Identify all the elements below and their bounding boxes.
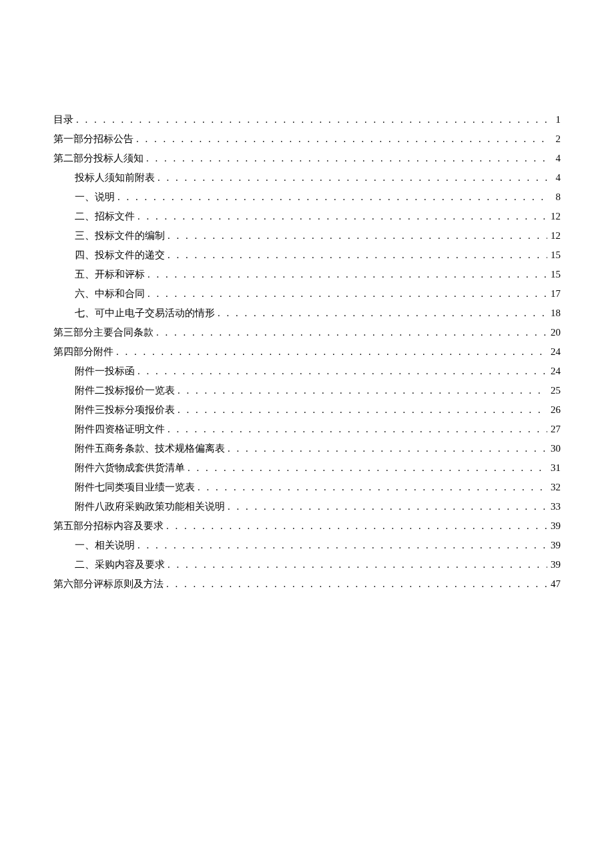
toc-entry-page: 32 — [547, 478, 561, 497]
toc-entry: 第五部分招标内容及要求39 — [53, 516, 561, 536]
toc-entry-title: 四、投标文件的递交 — [75, 246, 165, 265]
toc-entry-page: 26 — [547, 400, 561, 420]
toc-entry-title: 附件七同类项目业绩一览表 — [75, 478, 195, 497]
toc-entry-title: 第三部分主要合同条款 — [53, 323, 154, 342]
toc-leader-dots — [115, 187, 547, 207]
toc-entry: 二、采购内容及要求39 — [53, 555, 561, 574]
toc-entry-page: 12 — [547, 226, 561, 246]
toc-entry: 附件八政府采购政策功能相关说明33 — [53, 497, 561, 516]
toc-leader-dots — [195, 478, 547, 497]
toc-leader-dots — [165, 246, 547, 265]
toc-leader-dots — [155, 168, 547, 187]
toc-leader-dots — [165, 420, 547, 439]
toc-entry: 附件三投标分项报价表26 — [53, 400, 561, 420]
toc-entry-title: 二、采购内容及要求 — [75, 555, 165, 574]
toc-entry-page: 30 — [547, 439, 561, 458]
toc-entry: 目录1 — [53, 110, 561, 129]
toc-entry-page: 27 — [547, 420, 561, 439]
toc-entry: 投标人须知前附表4 — [53, 168, 561, 187]
toc-leader-dots — [225, 439, 547, 458]
toc-entry-page: 20 — [547, 323, 561, 342]
toc-entry: 第六部分评标原则及方法47 — [53, 574, 561, 594]
toc-entry: 五、开标和评标15 — [53, 265, 561, 284]
toc-entry-title: 第六部分评标原则及方法 — [53, 574, 164, 594]
toc-leader-dots — [145, 265, 547, 284]
toc-entry-page: 4 — [547, 149, 561, 168]
toc-entry-title: 附件三投标分项报价表 — [75, 400, 175, 420]
toc-entry: 附件二投标报价一览表25 — [53, 381, 561, 400]
toc-entry-title: 投标人须知前附表 — [75, 168, 155, 187]
toc-entry-page: 17 — [547, 284, 561, 304]
toc-entry-page: 12 — [547, 207, 561, 226]
toc-entry-title: 第五部分招标内容及要求 — [53, 516, 164, 536]
toc-entry: 附件一投标函24 — [53, 362, 561, 381]
toc-entry-title: 第一部分招标公告 — [53, 129, 133, 149]
toc-leader-dots — [135, 362, 547, 381]
toc-leader-dots — [154, 323, 547, 342]
toc-leader-dots — [175, 400, 547, 420]
toc-entry: 附件四资格证明文件27 — [53, 420, 561, 439]
toc-entry: 六、中标和合同17 — [53, 284, 561, 304]
toc-leader-dots — [165, 555, 547, 574]
toc-entry: 附件五商务条款、技术规格偏离表30 — [53, 439, 561, 458]
toc-leader-dots — [215, 304, 547, 323]
toc-leader-dots — [185, 458, 547, 478]
toc-entry-title: 六、中标和合同 — [75, 284, 145, 304]
toc-leader-dots — [145, 284, 547, 304]
toc-entry-title: 附件一投标函 — [75, 362, 135, 381]
toc-entry-page: 1 — [547, 110, 561, 129]
toc-entry-title: 三、投标文件的编制 — [75, 226, 165, 246]
toc-leader-dots — [164, 516, 547, 536]
toc-entry-title: 第四部分附件 — [53, 342, 113, 362]
toc-entry: 二、招标文件12 — [53, 207, 561, 226]
toc-entry-page: 4 — [547, 168, 561, 187]
toc-entry-title: 五、开标和评标 — [75, 265, 145, 284]
toc-leader-dots — [73, 110, 547, 129]
toc-entry-title: 一、说明 — [75, 187, 115, 207]
toc-entry-page: 24 — [547, 362, 561, 381]
toc-entry-page: 25 — [547, 381, 561, 400]
toc-entry-page: 39 — [547, 516, 561, 536]
toc-entry: 三、投标文件的编制12 — [53, 226, 561, 246]
toc-entry-page: 2 — [547, 129, 561, 149]
toc-entry-title: 附件四资格证明文件 — [75, 420, 165, 439]
toc-entry-page: 47 — [547, 574, 561, 594]
toc-leader-dots — [164, 574, 547, 594]
toc-entry-title: 附件五商务条款、技术规格偏离表 — [75, 439, 225, 458]
toc-entry: 附件六货物成套供货清单31 — [53, 458, 561, 478]
toc-entry-page: 33 — [547, 497, 561, 516]
toc-leader-dots — [175, 381, 547, 400]
toc-entry: 第一部分招标公告2 — [53, 129, 561, 149]
toc-entry-page: 39 — [547, 536, 561, 555]
toc-entry-page: 39 — [547, 555, 561, 574]
toc-leader-dots — [135, 207, 547, 226]
toc-entry-title: 目录 — [53, 110, 73, 129]
toc-leader-dots — [133, 129, 547, 149]
toc-entry-page: 8 — [547, 187, 561, 207]
toc-entry: 四、投标文件的递交15 — [53, 246, 561, 265]
toc-entry-title: 二、招标文件 — [75, 207, 135, 226]
toc-leader-dots — [225, 497, 547, 516]
toc-entry: 七、可中止电子交易活动的情形18 — [53, 304, 561, 323]
toc-entry-page: 15 — [547, 246, 561, 265]
toc-entry: 一、说明8 — [53, 187, 561, 207]
toc-entry-page: 24 — [547, 342, 561, 362]
toc-entry: 第三部分主要合同条款20 — [53, 323, 561, 342]
toc-entry: 第二部分投标人须知4 — [53, 149, 561, 168]
toc-entry-title: 七、可中止电子交易活动的情形 — [75, 304, 215, 323]
table-of-contents: 目录1第一部分招标公告2第二部分投标人须知4投标人须知前附表4一、说明8二、招标… — [53, 110, 561, 594]
toc-leader-dots — [113, 342, 547, 362]
toc-entry-title: 附件八政府采购政策功能相关说明 — [75, 497, 225, 516]
toc-entry: 附件七同类项目业绩一览表32 — [53, 478, 561, 497]
toc-entry-page: 31 — [547, 458, 561, 478]
toc-entry-title: 一、相关说明 — [75, 536, 135, 555]
toc-entry-title: 第二部分投标人须知 — [53, 149, 143, 168]
toc-entry: 一、相关说明39 — [53, 536, 561, 555]
toc-entry-title: 附件二投标报价一览表 — [75, 381, 175, 400]
toc-entry: 第四部分附件24 — [53, 342, 561, 362]
toc-entry-page: 18 — [547, 304, 561, 323]
toc-entry-page: 15 — [547, 265, 561, 284]
toc-leader-dots — [165, 226, 547, 246]
toc-leader-dots — [135, 536, 547, 555]
toc-leader-dots — [143, 149, 547, 168]
